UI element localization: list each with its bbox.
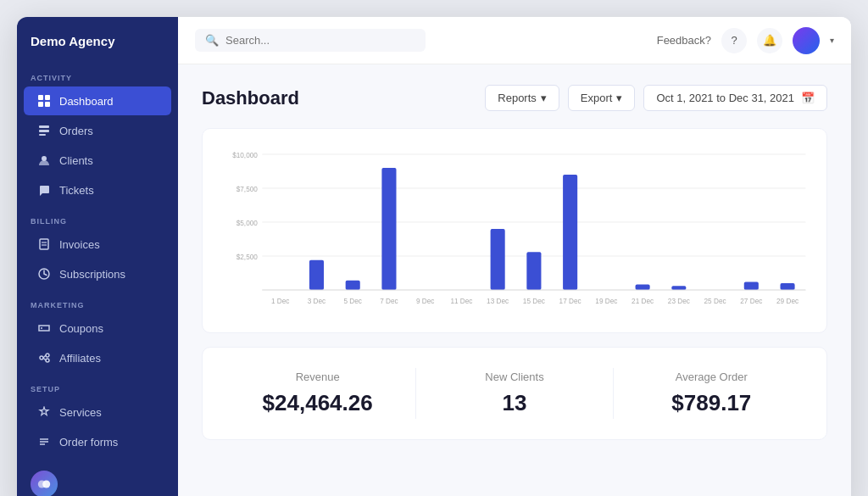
svg-line-16 (43, 358, 46, 360)
svg-rect-32 (309, 260, 324, 290)
page-title: Dashboard (202, 87, 485, 109)
orders-label: Orders (59, 125, 93, 137)
svg-text:5 Dec: 5 Dec (343, 297, 362, 305)
sidebar-item-affiliates[interactable]: Affiliates (24, 343, 171, 372)
stat-average-order-label: Average Order (614, 371, 810, 383)
svg-rect-49 (671, 286, 686, 290)
sidebar-section-setup: Setup (17, 373, 178, 397)
brand-name: Demo Agency (17, 17, 178, 62)
stat-new-clients: New Clients13 (416, 371, 612, 416)
orders-icon (37, 124, 51, 137)
svg-rect-2 (38, 102, 43, 107)
content-header: Dashboard Reports ▾ Export ▾ Oct 1, 2021… (202, 85, 827, 111)
services-icon (37, 405, 51, 419)
coupons-icon (37, 321, 51, 335)
stats-card: Revenue$24,464.26New Clients13Average Or… (202, 347, 827, 440)
reports-button[interactable]: Reports ▾ (485, 85, 559, 111)
svg-text:3 Dec: 3 Dec (308, 297, 326, 305)
svg-rect-34 (346, 281, 360, 290)
search-box[interactable]: 🔍 (195, 29, 426, 52)
svg-rect-42 (526, 252, 541, 290)
svg-text:23 Dec: 23 Dec (668, 297, 691, 305)
export-chevron-icon: ▾ (616, 92, 622, 104)
content-area: Dashboard Reports ▾ Export ▾ Oct 1, 2021… (178, 64, 851, 496)
export-button[interactable]: Export ▾ (568, 85, 636, 111)
stat-new-clients-label: New Clients (416, 371, 612, 383)
date-range-picker[interactable]: Oct 1, 2021 to Dec 31, 2021 📅 (643, 85, 827, 111)
sidebar-section-marketing: Marketing (17, 289, 178, 313)
svg-rect-47 (636, 285, 650, 290)
sidebar-nav: ActivityDashboardOrdersClientsTicketsBil… (17, 62, 178, 457)
svg-rect-54 (781, 283, 795, 290)
svg-text:29 Dec: 29 Dec (776, 297, 799, 305)
main-area: 🔍 Feedback? ? 🔔 ▾ Dashboard (178, 17, 851, 496)
sidebar-item-coupons[interactable]: Coupons (24, 314, 171, 343)
svg-rect-0 (38, 95, 43, 100)
sidebar-item-subscriptions[interactable]: Subscriptions (24, 259, 171, 288)
svg-text:27 Dec: 27 Dec (740, 297, 763, 305)
logo-icon (31, 471, 58, 496)
svg-rect-4 (39, 125, 49, 128)
feedback-label[interactable]: Feedback? (657, 34, 711, 47)
date-range-text: Oct 1, 2021 to Dec 31, 2021 (656, 92, 794, 104)
avatar-dropdown-arrow[interactable]: ▾ (830, 36, 834, 45)
reports-chevron-icon: ▾ (541, 92, 547, 104)
svg-text:11 Dec: 11 Dec (450, 297, 473, 305)
svg-text:9 Dec: 9 Dec (416, 297, 435, 305)
svg-text:25 Dec: 25 Dec (704, 297, 727, 305)
sidebar-item-services[interactable]: Services (24, 398, 171, 426)
avatar[interactable] (793, 27, 820, 54)
svg-rect-3 (45, 102, 50, 107)
sidebar-item-order-forms[interactable]: Order forms (24, 427, 171, 456)
export-label: Export (581, 92, 613, 104)
sidebar-item-clients[interactable]: Clients (24, 146, 171, 175)
dashboard-label: Dashboard (59, 95, 114, 108)
svg-rect-1 (45, 95, 50, 100)
svg-rect-5 (39, 130, 49, 132)
app-logo (17, 457, 178, 496)
affiliates-label: Affiliates (59, 352, 101, 365)
svg-rect-6 (39, 134, 46, 136)
affiliates-icon (37, 351, 51, 365)
svg-text:17 Dec: 17 Dec (559, 297, 582, 305)
invoices-icon (37, 237, 51, 251)
dashboard-icon (37, 94, 51, 108)
svg-text:15 Dec: 15 Dec (523, 297, 546, 305)
order-forms-label: Order forms (59, 436, 118, 449)
svg-point-13 (46, 354, 49, 357)
search-input[interactable] (225, 34, 415, 47)
stat-revenue-label: Revenue (220, 371, 415, 383)
svg-point-14 (46, 359, 49, 362)
tickets-icon (37, 183, 51, 197)
top-header: 🔍 Feedback? ? 🔔 ▾ (178, 17, 851, 64)
coupons-label: Coupons (59, 322, 103, 335)
header-controls: Reports ▾ Export ▾ Oct 1, 2021 to Dec 31… (485, 85, 827, 111)
svg-text:19 Dec: 19 Dec (595, 297, 618, 305)
bell-icon: 🔔 (763, 34, 776, 47)
app-window: Demo Agency ActivityDashboardOrdersClien… (17, 17, 851, 496)
sidebar-item-invoices[interactable]: Invoices (24, 230, 171, 259)
sidebar: Demo Agency ActivityDashboardOrdersClien… (17, 17, 178, 496)
svg-rect-44 (563, 175, 577, 290)
svg-text:$5,000: $5,000 (236, 219, 258, 227)
svg-text:$7,500: $7,500 (236, 185, 258, 193)
svg-text:21 Dec: 21 Dec (632, 297, 654, 305)
sidebar-section-billing: Billing (17, 205, 178, 229)
help-button[interactable]: ? (721, 28, 747, 53)
chart-area: $2,500$5,000$7,500$10,0001 Dec3 Dec5 Dec… (220, 146, 810, 315)
stat-new-clients-value: 13 (416, 390, 612, 416)
notifications-button[interactable]: 🔔 (757, 28, 782, 53)
svg-text:1 Dec: 1 Dec (271, 297, 290, 305)
sidebar-item-dashboard[interactable]: Dashboard (24, 86, 171, 115)
chart-card: $2,500$5,000$7,500$10,0001 Dec3 Dec5 Dec… (202, 128, 827, 333)
sidebar-item-tickets[interactable]: Tickets (24, 176, 171, 204)
sidebar-section-activity: Activity (17, 62, 178, 86)
sidebar-item-orders[interactable]: Orders (24, 116, 171, 145)
stat-average-order: Average Order$789.17 (614, 371, 810, 416)
svg-rect-40 (491, 229, 505, 290)
svg-point-12 (40, 356, 43, 359)
svg-point-11 (41, 327, 42, 329)
clients-label: Clients (59, 154, 93, 167)
svg-rect-36 (381, 168, 396, 290)
search-icon: 🔍 (205, 34, 219, 47)
